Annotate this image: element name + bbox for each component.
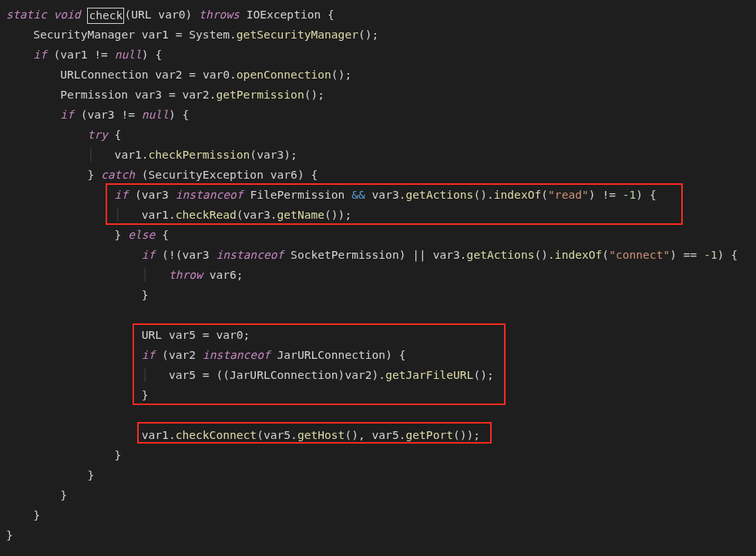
kw-throw: throw xyxy=(169,268,203,281)
kw-static: static xyxy=(6,8,47,21)
kw-try: try xyxy=(87,128,107,141)
kw-catch: catch xyxy=(101,168,135,181)
code-block: static void check(URL var0) throws IOExc… xyxy=(0,0,756,550)
kw-throws: throws xyxy=(199,8,240,21)
kw-void: void xyxy=(54,8,81,21)
method-name: check xyxy=(87,8,124,24)
kw-else: else xyxy=(128,228,155,241)
kw-if: if xyxy=(33,48,47,61)
